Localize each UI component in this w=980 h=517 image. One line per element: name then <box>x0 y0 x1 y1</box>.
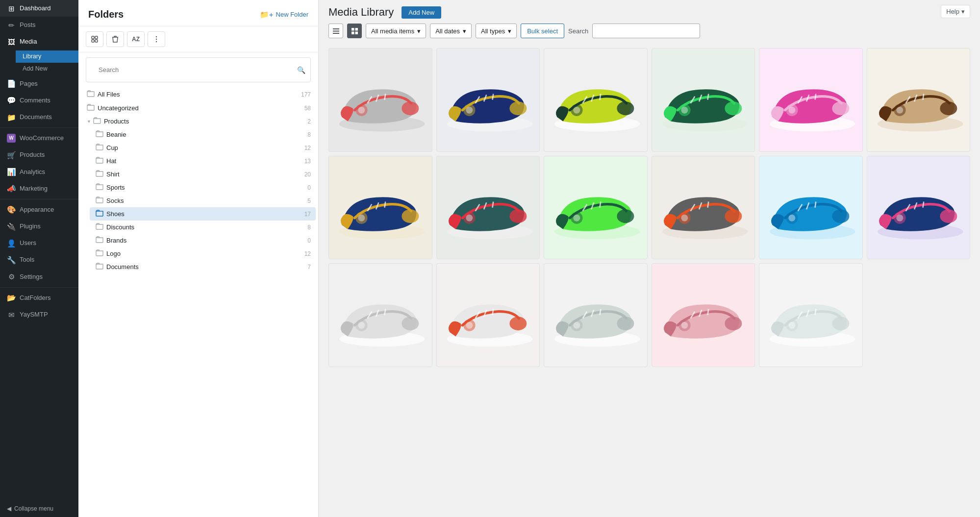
bulk-select-button[interactable]: Bulk select <box>521 24 564 38</box>
sidebar-item-appearance[interactable]: 🎨 Appearance <box>0 201 78 218</box>
sidebar-item-posts[interactable]: ✏ Posts <box>0 17 78 33</box>
folder-item-brands[interactable]: Brands 0 <box>90 234 316 247</box>
folders-search-input[interactable] <box>94 63 285 77</box>
folder-item-hat[interactable]: Hat 13 <box>90 154 316 168</box>
media-item[interactable] <box>436 156 540 260</box>
media-items-filter[interactable]: All media items ▾ <box>366 24 426 38</box>
folder-item-discounts[interactable]: Discounts 8 <box>90 221 316 234</box>
folder-item-logo[interactable]: Logo 12 <box>90 247 316 260</box>
comments-icon: 💬 <box>7 96 16 105</box>
sidebar-item-add-new[interactable]: Add New <box>16 63 78 75</box>
media-item[interactable] <box>544 156 648 260</box>
sidebar-item-analytics[interactable]: 📊 Analytics <box>0 164 78 180</box>
sidebar-item-comments[interactable]: 💬 Comments <box>0 92 78 109</box>
sidebar-item-plugins[interactable]: 🔌 Plugins <box>0 218 78 235</box>
media-item[interactable] <box>759 156 863 260</box>
svg-rect-2 <box>92 40 94 42</box>
sidebar-item-dashboard[interactable]: ⊞ Dashboard <box>0 0 78 17</box>
svg-rect-9 <box>333 33 339 34</box>
media-item[interactable] <box>867 48 971 152</box>
folder-item-cup[interactable]: Cup 12 <box>90 141 316 154</box>
shirt-label: Shirt <box>106 171 297 178</box>
yaysmtp-icon: ✉ <box>7 310 16 319</box>
svg-point-27 <box>466 107 473 114</box>
toolbar-arrange-icon[interactable] <box>86 31 103 47</box>
sidebar-item-documents[interactable]: 📁 Documents <box>0 109 78 125</box>
dates-filter[interactable]: All dates ▾ <box>430 24 472 38</box>
media-item[interactable] <box>652 156 755 260</box>
new-folder-button[interactable]: 📁+ New Folder <box>260 10 308 19</box>
collapse-menu-button[interactable]: ◀ Collapse menu <box>0 500 78 517</box>
media-search-input[interactable] <box>592 24 700 38</box>
toolbar-more-icon[interactable] <box>148 31 165 47</box>
folder-item-products[interactable]: ▼ Products 2 <box>81 115 316 128</box>
media-icon: 🖼 <box>7 37 16 46</box>
folder-item-uncategorized[interactable]: Uncategorized 58 <box>81 101 316 115</box>
sidebar-label-analytics: Analytics <box>20 168 45 176</box>
folder-list: All Files 177 Uncategorized 58 ▼ Product… <box>78 87 318 278</box>
svg-point-69 <box>466 214 473 221</box>
cup-icon <box>96 144 103 152</box>
media-item[interactable] <box>544 48 648 152</box>
tools-icon: 🔧 <box>7 256 16 265</box>
media-item[interactable] <box>328 263 432 367</box>
shoes-icon <box>96 210 103 218</box>
sidebar-item-products[interactable]: 🛒 Products <box>0 147 78 163</box>
media-item[interactable] <box>328 156 432 260</box>
svg-rect-13 <box>355 31 358 34</box>
svg-point-41 <box>681 107 688 114</box>
toolbar-delete-icon[interactable] <box>106 31 124 47</box>
woocommerce-icon: W <box>7 134 16 143</box>
beanie-icon <box>96 130 103 139</box>
plugins-icon: 🔌 <box>7 222 16 231</box>
media-toolbar: All media items ▾ All dates ▾ All types … <box>319 19 980 43</box>
folder-group-products: ▼ Products 2 Beanie 8 <box>81 115 316 273</box>
sidebar-item-library[interactable]: Library <box>16 50 78 63</box>
sidebar-label-users: Users <box>20 239 36 247</box>
sidebar-item-marketing[interactable]: 📣 Marketing <box>0 180 78 197</box>
svg-point-36 <box>725 101 742 115</box>
help-button[interactable]: Help ▾ <box>941 5 970 18</box>
sidebar-label-pages: Pages <box>20 79 38 88</box>
folder-item-socks[interactable]: Socks 5 <box>90 194 316 207</box>
settings-icon: ⚙ <box>7 272 16 281</box>
folder-item-documents-sub[interactable]: Documents 7 <box>90 260 316 273</box>
sidebar-label-appearance: Appearance <box>20 205 54 214</box>
collapse-arrow-icon: ◀ <box>7 505 11 512</box>
shirt-count: 20 <box>297 171 311 178</box>
analytics-icon: 📊 <box>7 168 16 176</box>
media-item[interactable] <box>759 263 863 367</box>
sidebar-item-users[interactable]: 👤 Users <box>0 235 78 251</box>
media-item[interactable] <box>328 48 432 152</box>
sports-count: 0 <box>297 184 311 191</box>
folder-item-sports[interactable]: Sports 0 <box>90 181 316 194</box>
types-filter[interactable]: All types ▾ <box>476 24 517 38</box>
svg-point-92 <box>940 209 957 223</box>
folder-item-shirt[interactable]: Shirt 20 <box>90 168 316 181</box>
media-item[interactable] <box>544 263 648 367</box>
add-new-button[interactable]: Add New <box>402 6 441 19</box>
sidebar-item-settings[interactable]: ⚙ Settings <box>0 269 78 285</box>
sidebar-item-woocommerce[interactable]: W WooCommerce <box>0 130 78 147</box>
grid-view-button[interactable] <box>347 24 362 38</box>
list-view-button[interactable] <box>328 24 343 38</box>
media-item[interactable] <box>436 48 540 152</box>
folder-expand-icon: ▼ <box>87 119 91 124</box>
sidebar-item-catfolders[interactable]: 📂 CatFolders <box>0 290 78 306</box>
all-files-label: All Files <box>98 91 297 98</box>
sidebar-item-tools[interactable]: 🔧 Tools <box>0 251 78 268</box>
toolbar-sort-icon[interactable]: AZ <box>127 31 145 47</box>
folder-item-beanie[interactable]: Beanie 8 <box>90 128 316 141</box>
sidebar-item-yaysmtp[interactable]: ✉ YaySMTP <box>0 306 78 323</box>
media-item[interactable] <box>759 48 863 152</box>
media-item[interactable] <box>652 263 755 367</box>
media-item[interactable] <box>652 48 755 152</box>
media-item[interactable] <box>867 156 971 260</box>
sidebar-item-media[interactable]: 🖼 Media <box>0 33 78 50</box>
folder-item-shoes[interactable]: Shoes 17 <box>90 207 316 221</box>
media-item[interactable] <box>436 263 540 367</box>
sidebar-item-pages[interactable]: 📄 Pages <box>0 75 78 92</box>
svg-point-29 <box>617 101 634 115</box>
folder-item-all-files[interactable]: All Files 177 <box>81 87 316 101</box>
appearance-icon: 🎨 <box>7 205 16 214</box>
